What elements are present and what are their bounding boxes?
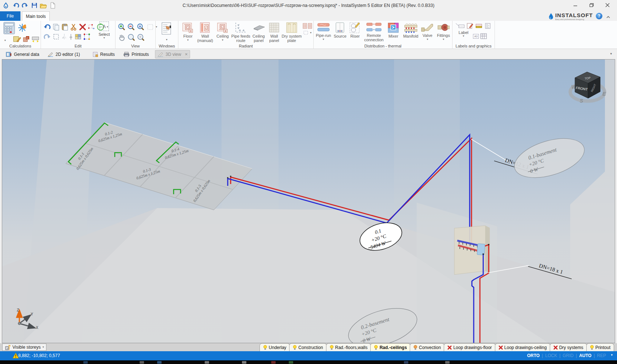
paste-icon[interactable]: [61, 23, 69, 31]
layer-underlay[interactable]: Underlay: [260, 343, 290, 351]
zoom-in-icon[interactable]: [118, 23, 126, 31]
layer-construction[interactable]: Construction: [289, 343, 326, 351]
mode-auto[interactable]: AUTO: [579, 353, 591, 358]
calculator-icon[interactable]: [3, 22, 15, 35]
table-icon[interactable]: [480, 33, 487, 39]
layer-loop-drawings-floor[interactable]: Loop drawings-floor: [444, 343, 495, 351]
ceiling-caret[interactable]: ▾: [222, 39, 223, 42]
tab-general-data[interactable]: General data: [4, 50, 41, 58]
room-label-01-basement[interactable]: 0.1-basement +20 °C 0 W: [510, 131, 589, 185]
viewport-3d[interactable]: 0.1-20,625m x 1,25m 0.1-10,625m x 0,625m…: [2, 59, 615, 343]
grid-layout-icon[interactable]: [75, 33, 82, 41]
tab-main-tools[interactable]: Main tools: [22, 11, 50, 21]
tab-printouts[interactable]: Printouts: [121, 50, 151, 58]
manifold-button[interactable]: Manifold: [401, 21, 420, 42]
remote-connection-button[interactable]: Remote connection: [362, 21, 385, 42]
layer-dry-systems[interactable]: Dry systems: [550, 343, 587, 351]
zoom-all-icon[interactable]: A: [137, 23, 145, 31]
mode-rep[interactable]: REP: [597, 353, 606, 358]
cut-scissors-icon[interactable]: [70, 23, 77, 31]
collapse-ribbon-icon[interactable]: [606, 14, 611, 18]
mirror-icon[interactable]: [61, 33, 67, 41]
help-icon[interactable]: ?: [596, 13, 602, 19]
zoom-out-icon[interactable]: [127, 23, 135, 31]
navigation-cube[interactable]: W S E TOP FRONT RIGHT: [570, 72, 606, 104]
spacing-icon[interactable]: [31, 35, 39, 43]
c-config-icon[interactable]: C: [23, 35, 30, 43]
radiant-floor-button[interactable]: Floor ▾: [180, 21, 196, 43]
button-label: Wall (manual): [196, 34, 214, 43]
windows-caret[interactable]: ▾: [166, 38, 167, 41]
close-button[interactable]: [599, 0, 616, 10]
zoom-window-icon[interactable]: [127, 33, 135, 41]
legend-icon[interactable]: [485, 23, 491, 29]
radiant-wall-manual-button[interactable]: Wall (manual): [196, 21, 214, 43]
mode-orto[interactable]: ORTO: [527, 353, 540, 358]
pipe-run-button[interactable]: Pipe-run ▾: [314, 21, 333, 42]
radiant-extra-caret[interactable]: ▾: [310, 31, 311, 34]
select-button[interactable]: A Select ▾: [96, 22, 113, 39]
close-3d-view-icon[interactable]: ×: [185, 51, 188, 57]
storeys-caret[interactable]: ▾: [42, 346, 44, 349]
tab-2d-editor[interactable]: 2D editor (1): [45, 50, 82, 58]
move-element-icon[interactable]: [88, 23, 95, 31]
tab-file[interactable]: File: [0, 11, 20, 21]
copy-icon[interactable]: [53, 23, 60, 31]
label-caret[interactable]: ▾: [455, 35, 472, 38]
align-pin-icon[interactable]: [69, 33, 73, 41]
minimize-button[interactable]: [567, 0, 583, 10]
calc-settings-icon[interactable]: [13, 35, 21, 43]
tab-results[interactable]: Results: [91, 50, 117, 58]
zoom-selection-icon[interactable]: [146, 23, 154, 31]
pan-hand-icon[interactable]: [118, 33, 126, 41]
layer-convection[interactable]: Convection: [410, 343, 444, 351]
undo-icon[interactable]: [43, 23, 51, 31]
layer-printout[interactable]: Printout: [586, 343, 614, 351]
radiant-extra-button[interactable]: ▾: [302, 21, 313, 43]
fittings-button[interactable]: Fittings ▾: [435, 21, 452, 42]
maximize-button[interactable]: [583, 0, 599, 10]
redo-icon[interactable]: [43, 33, 51, 41]
marquee-icon[interactable]: [53, 33, 60, 41]
wall-panel-button[interactable]: Wall panel: [267, 21, 282, 43]
dimension-ruler-icon[interactable]: [475, 23, 483, 29]
leader-label-icon[interactable]: [455, 23, 465, 29]
radiant-ceiling-button[interactable]: Ceiling ▾: [214, 21, 231, 43]
calculations-more-caret[interactable]: ▾: [4, 39, 6, 42]
note-edit-icon[interactable]: [466, 23, 474, 29]
printer-icon: [124, 52, 129, 57]
dry-system-plate-button[interactable]: Dry system plate: [281, 21, 302, 43]
mixer-button[interactable]: Mixer: [385, 21, 401, 42]
riser-button[interactable]: Riser: [348, 21, 362, 42]
label-button[interactable]: Label ▾: [455, 30, 472, 38]
layer-rad-floors-walls[interactable]: Rad.-floors,walls: [326, 343, 371, 351]
visible-storeys-button[interactable]: Visible storeys ▾: [2, 344, 46, 351]
layer-rad-ceilings[interactable]: Rad.-ceilings: [370, 343, 410, 351]
valve-button[interactable]: Valve ▾: [420, 21, 435, 42]
compass-east[interactable]: E: [602, 91, 606, 97]
heating-cooling-icon[interactable]: [18, 23, 27, 32]
floor-heating-icon: [182, 22, 194, 34]
nodes-colors-icon[interactable]: [83, 33, 91, 41]
source-button[interactable]: Source: [333, 21, 348, 42]
tab-overflow-caret[interactable]: ▾: [610, 52, 612, 55]
select-caret[interactable]: ▾: [96, 37, 113, 39]
compass-south[interactable]: S: [580, 98, 583, 104]
pipe-feeds-route-button[interactable]: Pipe feeds route: [231, 21, 250, 43]
pipe-run-caret[interactable]: ▾: [323, 38, 324, 41]
delete-icon[interactable]: [79, 23, 86, 31]
valve-caret[interactable]: ▾: [427, 38, 428, 41]
mode-lock[interactable]: LOCK: [545, 353, 557, 358]
tab-3d-view[interactable]: 3D view ×: [155, 50, 190, 58]
windows-list-icon[interactable]: [161, 22, 173, 36]
layer-loop-drawings-ceiling[interactable]: Loop drawings-ceiling: [495, 343, 550, 351]
fittings-caret[interactable]: ▾: [443, 38, 444, 41]
zoom-previous-icon[interactable]: [137, 33, 145, 41]
floor-caret[interactable]: ▾: [187, 39, 189, 42]
mode-grid[interactable]: GRID: [563, 353, 574, 358]
manifold-cabinet[interactable]: [477, 244, 485, 255]
ceiling-panel-button[interactable]: Ceiling panel: [251, 21, 267, 43]
bulb-on-icon: [590, 345, 594, 350]
a3-format-icon[interactable]: A3: [473, 34, 479, 39]
modes-caret[interactable]: ▾: [611, 353, 613, 357]
